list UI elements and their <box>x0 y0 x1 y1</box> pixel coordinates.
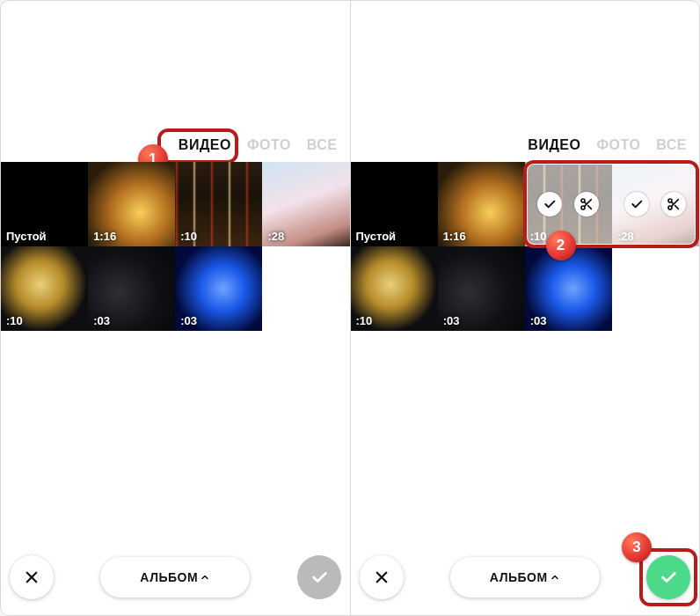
check-icon <box>310 568 329 587</box>
confirm-button[interactable] <box>646 555 690 599</box>
media-grid: Пустой1:16:10:28:10:03:03 2 <box>351 162 700 331</box>
media-tile[interactable]: :10 <box>1 246 88 331</box>
media-tile[interactable]: :03 <box>88 246 175 331</box>
media-tile[interactable]: :28 <box>262 162 349 246</box>
trim-button[interactable] <box>661 192 686 216</box>
album-button[interactable]: АЛЬБОМ <box>100 557 250 598</box>
duration-label: Пустой <box>6 230 47 243</box>
duration-label: :28 <box>267 230 284 243</box>
duration-label: Пустой <box>356 230 397 243</box>
media-tile[interactable]: 1:16 <box>438 162 525 246</box>
check-icon <box>659 568 678 587</box>
album-label: АЛЬБОМ <box>490 570 548 584</box>
comparison-frame: ВИДЕО ФОТО ВСЕ 1 Пустой1:16:10:28:10:03:… <box>0 0 700 616</box>
chevron-up-icon <box>550 572 560 583</box>
media-tabs: ВИДЕО ФОТО ВСЕ 1 <box>1 137 350 162</box>
bottom-bar: АЛЬБОМ 3 <box>351 543 700 615</box>
selected-overlay <box>612 162 699 246</box>
tab-video[interactable]: ВИДЕО <box>179 137 231 153</box>
confirm-selection-button[interactable] <box>537 192 562 216</box>
close-icon <box>24 569 40 585</box>
cancel-button[interactable] <box>10 555 54 599</box>
media-tile[interactable]: Пустой <box>351 162 438 246</box>
duration-label: 1:16 <box>93 230 116 243</box>
check-icon <box>630 197 644 211</box>
duration-label: :03 <box>530 314 547 327</box>
bottom-bar: АЛЬБОМ <box>1 543 350 615</box>
selected-overlay <box>525 162 612 246</box>
media-tile[interactable]: :03 <box>175 246 262 331</box>
media-tile[interactable]: :28 <box>612 162 699 246</box>
tab-all[interactable]: ВСЕ <box>307 137 338 153</box>
callout-badge-3: 3 <box>622 532 652 562</box>
screen-right: ВИДЕО ФОТО ВСЕ Пустой1:16:10:28:10:03:03… <box>350 1 700 615</box>
media-tile[interactable]: 1:16 <box>88 162 175 246</box>
media-tile[interactable]: :03 <box>438 246 525 331</box>
confirm-button-disabled <box>297 555 341 599</box>
tab-photo[interactable]: ФОТО <box>596 137 640 153</box>
cancel-button[interactable] <box>360 555 404 599</box>
chevron-up-icon <box>200 572 210 583</box>
scissors-icon <box>580 197 594 211</box>
screen-left: ВИДЕО ФОТО ВСЕ 1 Пустой1:16:10:28:10:03:… <box>1 1 350 615</box>
media-grid: Пустой1:16:10:28:10:03:03 <box>1 162 350 331</box>
duration-label: :10 <box>6 314 23 327</box>
tab-all[interactable]: ВСЕ <box>656 137 687 153</box>
tab-video[interactable]: ВИДЕО <box>528 137 580 153</box>
check-icon <box>543 197 557 211</box>
album-label: АЛЬБОМ <box>140 570 198 584</box>
status-gap <box>351 1 700 137</box>
media-tile[interactable]: :03 <box>525 246 612 331</box>
duration-label: :03 <box>93 314 110 327</box>
confirm-selection-button[interactable] <box>624 192 649 216</box>
media-tile[interactable]: :10 <box>351 246 438 331</box>
media-tile[interactable]: Пустой <box>1 162 88 246</box>
album-button[interactable]: АЛЬБОМ <box>450 557 600 598</box>
media-tile[interactable]: :10 <box>525 162 612 246</box>
duration-label: :10 <box>356 314 373 327</box>
duration-label: :03 <box>180 314 197 327</box>
duration-label: :10 <box>180 230 197 243</box>
tab-photo[interactable]: ФОТО <box>247 137 291 153</box>
media-tabs: ВИДЕО ФОТО ВСЕ <box>351 137 700 162</box>
duration-label: :03 <box>443 314 460 327</box>
scissors-icon <box>667 197 681 211</box>
media-tile[interactable]: :10 <box>175 162 262 246</box>
trim-button[interactable] <box>574 192 599 216</box>
close-icon <box>374 569 390 585</box>
status-gap <box>1 1 350 137</box>
duration-label: 1:16 <box>443 230 466 243</box>
